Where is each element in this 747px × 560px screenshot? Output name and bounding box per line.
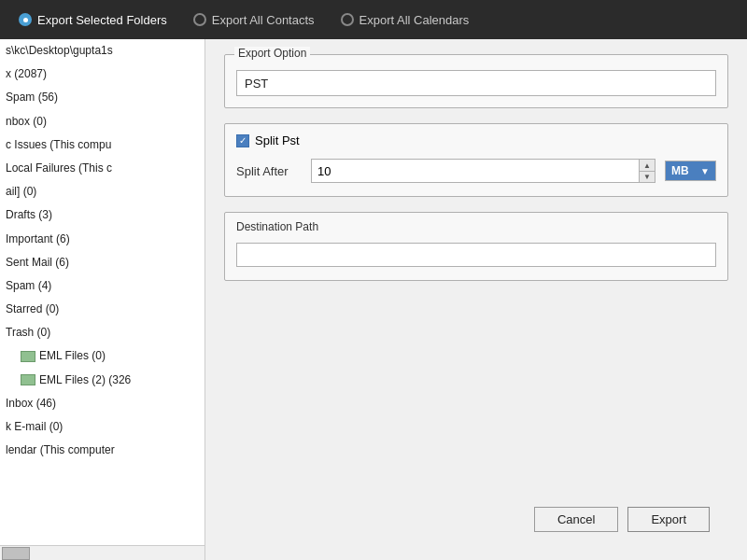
split-after-row: Split After ▲ ▼ MB ▼ xyxy=(236,159,716,183)
dropdown-arrow-icon: ▼ xyxy=(700,166,710,176)
spin-up-button[interactable]: ▲ xyxy=(640,160,655,171)
list-item[interactable]: ail] (0) xyxy=(0,180,204,203)
folder-icon xyxy=(21,351,35,362)
list-item[interactable]: x (2087) xyxy=(0,63,204,86)
tab-radio-contacts xyxy=(193,13,206,26)
spacer xyxy=(224,296,728,483)
list-item[interactable]: nbox (0) xyxy=(0,110,204,133)
list-item[interactable]: k E-mail (0) xyxy=(0,415,204,439)
tab-label-calendars: Export All Calendars xyxy=(359,13,470,27)
destination-path-input[interactable] xyxy=(236,243,716,267)
list-item[interactable]: Important (6) xyxy=(0,228,204,251)
split-pst-label: Split Pst xyxy=(255,133,300,147)
tab-export-calendars[interactable]: Export All Calendars xyxy=(330,7,481,33)
h-scrollbar-thumb[interactable] xyxy=(2,547,30,560)
split-pst-section: Split Pst Split After ▲ ▼ MB ▼ xyxy=(224,123,728,197)
folder-path: s\kc\Desktop\gupta1s xyxy=(0,39,204,63)
folder-panel: s\kc\Desktop\gupta1s x (2087) Spam (56) … xyxy=(0,39,205,560)
list-item[interactable]: Local Failures (This c xyxy=(0,157,204,180)
tab-label-contacts: Export All Contacts xyxy=(212,13,315,27)
export-option-label: Export Option xyxy=(234,47,310,60)
tab-export-contacts[interactable]: Export All Contacts xyxy=(182,7,326,33)
list-item[interactable]: Inbox (46) xyxy=(0,392,204,415)
main-container: Export Selected Folders Export All Conta… xyxy=(0,0,747,560)
list-item[interactable]: Spam (4) xyxy=(0,274,204,298)
button-area: Cancel Export xyxy=(224,497,728,545)
list-item[interactable]: EML Files (2) (326 xyxy=(0,369,204,392)
export-option-value: PST xyxy=(236,70,716,96)
h-scrollbar-track[interactable] xyxy=(0,546,204,561)
split-pst-checkbox[interactable] xyxy=(236,134,249,147)
spin-buttons: ▲ ▼ xyxy=(639,160,655,182)
tab-label-folders: Export Selected Folders xyxy=(37,13,167,27)
destination-path-label: Destination Path xyxy=(236,220,716,233)
right-panel: Export Option PST Split Pst Split After … xyxy=(205,39,747,560)
split-pst-header: Split Pst xyxy=(236,133,716,147)
folder-list[interactable]: s\kc\Desktop\gupta1s x (2087) Spam (56) … xyxy=(0,39,204,545)
list-item[interactable]: Sent Mail (6) xyxy=(0,251,204,274)
export-option-group: Export Option PST xyxy=(224,54,728,108)
list-item[interactable]: lendar (This computer xyxy=(0,439,204,462)
destination-path-section: Destination Path xyxy=(224,212,728,281)
split-after-input[interactable] xyxy=(312,160,639,182)
cancel-button[interactable]: Cancel xyxy=(534,507,618,532)
split-after-label: Split After xyxy=(236,164,302,178)
list-item[interactable]: Trash (0) xyxy=(0,321,204,344)
unit-dropdown[interactable]: MB ▼ xyxy=(665,161,716,181)
unit-label: MB xyxy=(671,164,689,177)
split-after-input-wrapper: ▲ ▼ xyxy=(311,159,655,183)
tab-radio-calendars xyxy=(341,13,354,26)
export-button[interactable]: Export xyxy=(627,507,710,532)
list-item[interactable]: Drafts (3) xyxy=(0,203,204,227)
list-item[interactable]: Spam (56) xyxy=(0,86,204,109)
list-item[interactable]: Starred (0) xyxy=(0,298,204,321)
tab-radio-folders xyxy=(19,13,32,26)
list-item[interactable]: c Issues (This compu xyxy=(0,133,204,157)
tab-export-folders[interactable]: Export Selected Folders xyxy=(7,7,178,33)
content-area: s\kc\Desktop\gupta1s x (2087) Spam (56) … xyxy=(0,39,747,560)
list-item[interactable]: EML Files (0) xyxy=(0,344,204,368)
folder-icon xyxy=(21,374,35,385)
spin-down-button[interactable]: ▼ xyxy=(640,171,655,182)
horizontal-scrollbar[interactable] xyxy=(0,545,204,560)
tab-bar: Export Selected Folders Export All Conta… xyxy=(0,0,747,39)
